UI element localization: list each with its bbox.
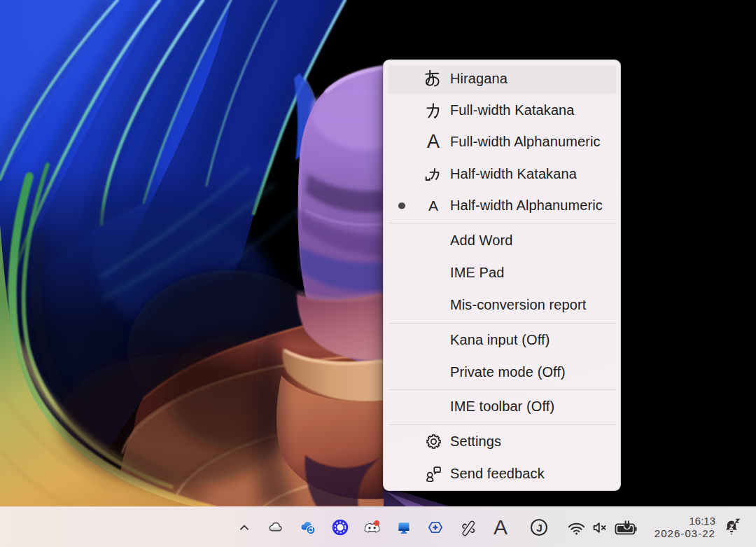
svg-text:J: J — [536, 522, 542, 534]
